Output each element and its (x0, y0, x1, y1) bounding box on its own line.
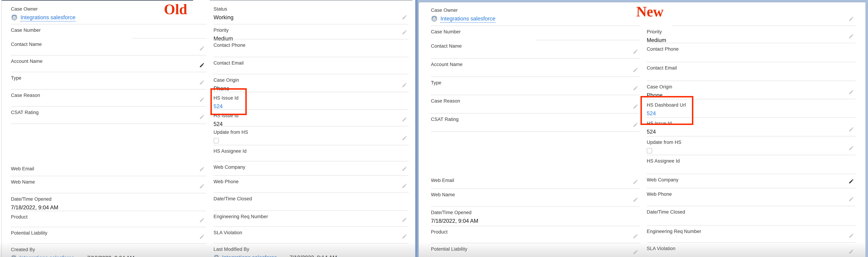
edit-pencil-icon[interactable] (633, 197, 638, 202)
last-modified-by-user-link[interactable]: Integrations salesforce (222, 254, 277, 257)
field-row-date-time-closed: Date/Time Closed (214, 193, 409, 211)
field-value-case-origin: Phone (647, 92, 856, 99)
field-label-contact-email: Contact Email (647, 65, 856, 71)
field-row-case-origin: Case OriginPhone (647, 81, 856, 99)
field-row-engineering-req-number: Engineering Req Number (214, 211, 409, 227)
field-label-engineering-req-number: Engineering Req Number (214, 213, 409, 220)
edit-pencil-icon[interactable] (848, 196, 854, 202)
field-link-hs-issue-id-link[interactable]: 524 (214, 103, 223, 110)
edit-pencil-icon[interactable] (402, 217, 407, 223)
edit-pencil-icon[interactable] (848, 145, 854, 151)
edit-pencil-icon[interactable] (402, 135, 407, 141)
field-row-case-owner: Case OwnerIntegrations salesforce (431, 2, 640, 26)
edit-pencil-icon[interactable] (848, 178, 854, 184)
field-row-hs-assignee-id: HS Assignee Id (647, 155, 856, 174)
field-row-web-email: Web Email (11, 163, 206, 176)
edit-pencil-icon[interactable] (199, 234, 205, 239)
field-label-priority: Priority (647, 29, 856, 35)
field-label-csat-rating: CSAT Rating (11, 109, 206, 115)
edit-pencil-icon[interactable] (848, 33, 854, 39)
edit-pencil-icon[interactable] (199, 166, 205, 172)
field-label-web-email: Web Email (431, 177, 640, 183)
field-label-last-modified-by: Last Modified By (214, 246, 409, 252)
field-label-contact-name: Contact Name (431, 43, 640, 49)
edit-pencil-icon[interactable] (199, 62, 205, 68)
edit-pencil-icon[interactable] (199, 97, 205, 103)
field-label-web-name: Web Name (431, 192, 640, 198)
field-row-hs-issue-id: HS Issue Id524 (647, 118, 856, 137)
field-label-contact-name: Contact Name (11, 41, 206, 47)
field-label-priority: Priority (214, 27, 409, 33)
edit-pencil-icon[interactable] (402, 15, 407, 20)
field-row-priority: PriorityMedium (647, 26, 856, 43)
field-label-web-name: Web Name (11, 179, 206, 185)
edit-pencil-icon[interactable] (199, 183, 205, 189)
case-owner-user-link[interactable]: Integrations salesforce (21, 14, 75, 22)
field-row-contact-name: Contact Name (11, 38, 206, 55)
edit-pencil-icon[interactable] (633, 67, 638, 73)
edit-pencil-icon[interactable] (633, 233, 638, 239)
edit-pencil-icon[interactable] (402, 116, 407, 122)
edit-pencil-icon[interactable] (633, 49, 638, 54)
new-field-column-right: PriorityMediumContact PhoneContact Email… (647, 2, 856, 257)
edit-pencil-icon[interactable] (402, 82, 407, 88)
edit-pencil-icon[interactable] (848, 233, 854, 238)
edit-pencil-icon[interactable] (848, 249, 854, 254)
edit-pencil-icon[interactable] (199, 80, 205, 85)
field-row-case-reason: Case Reason (11, 89, 206, 107)
field-label-date-time-opened: Date/Time Opened (431, 209, 640, 216)
field-row-type: Type (431, 77, 640, 95)
created-by-user-link[interactable]: Integrations salesforce (20, 255, 74, 257)
edit-pencil-icon[interactable] (633, 122, 638, 127)
update-from-hs-checkbox[interactable] (647, 148, 652, 153)
update-from-hs-checkbox[interactable] (214, 138, 219, 143)
new-field-column-left: Case OwnerIntegrations salesforceCase Nu… (431, 2, 640, 257)
field-row-contact-email: Contact Email (647, 62, 856, 81)
field-label-engineering-req-number: Engineering Req Number (647, 228, 856, 234)
field-label-status: Status (214, 6, 409, 12)
field-row-potential-liability: Potential Liability (431, 243, 640, 257)
new-case-panel-frame: New Case OwnerIntegrations salesforceCas… (415, 0, 868, 257)
edit-pencil-icon[interactable] (633, 104, 638, 109)
field-label-case-owner: Case Owner (431, 7, 640, 13)
field-value-priority: Medium (647, 37, 856, 44)
field-row-product: Product (431, 226, 640, 243)
edit-pencil-icon[interactable] (402, 166, 407, 172)
edit-pencil-icon[interactable] (848, 16, 854, 22)
field-row-type: Type (11, 72, 206, 89)
old-case-detail-panel: Old Case OwnerIntegrations salesforceCas… (0, 0, 415, 257)
astro-avatar-icon (431, 16, 438, 23)
field-label-case-reason: Case Reason (431, 98, 640, 104)
field-row-contact-phone: Contact Phone (214, 39, 409, 57)
edit-pencil-icon[interactable] (199, 217, 205, 223)
case-owner-user-link[interactable]: Integrations salesforce (440, 16, 495, 23)
edit-pencil-icon[interactable] (848, 126, 854, 132)
field-row-hs-assignee-id: HS Assignee Id (214, 145, 409, 161)
field-row-web-company: Web Company (647, 174, 856, 188)
edit-pencil-icon[interactable] (633, 179, 638, 184)
field-label-hs-assignee-id: HS Assignee Id (214, 148, 409, 154)
edit-pencil-icon[interactable] (633, 85, 638, 91)
edit-pencil-icon[interactable] (402, 183, 407, 189)
field-label-sla-violation: SLA Violation (214, 230, 409, 236)
field-row-sla-violation: SLA Violation (647, 243, 856, 257)
edit-pencil-icon[interactable] (633, 249, 638, 255)
field-label-type: Type (11, 75, 206, 81)
edit-pencil-icon[interactable] (402, 233, 407, 239)
field-label-sla-violation: SLA Violation (647, 246, 856, 252)
edit-pencil-icon[interactable] (402, 29, 407, 35)
field-link-hs-dashboard-url[interactable]: 524 (647, 110, 656, 117)
edit-pencil-icon[interactable] (848, 89, 854, 95)
field-label-type: Type (431, 80, 640, 86)
field-label-date-time-closed: Date/Time Closed (214, 196, 409, 202)
field-label-case-reason: Case Reason (11, 92, 206, 98)
field-row-account-name: Account Name (11, 55, 206, 72)
astro-avatar-icon (214, 255, 219, 257)
old-field-column-right: StatusWorkingPriorityMediumContact Phone… (214, 0, 409, 257)
field-row-case-reason: Case Reason (431, 95, 640, 114)
field-label-case-owner: Case Owner (11, 6, 206, 12)
last-modified-by-value-line: Integrations salesforce7/18/2022, 9:14 A… (214, 254, 409, 257)
edit-pencil-icon[interactable] (199, 46, 205, 51)
edit-pencil-icon[interactable] (199, 114, 205, 120)
field-row-engineering-req-number: Engineering Req Number (647, 226, 856, 243)
